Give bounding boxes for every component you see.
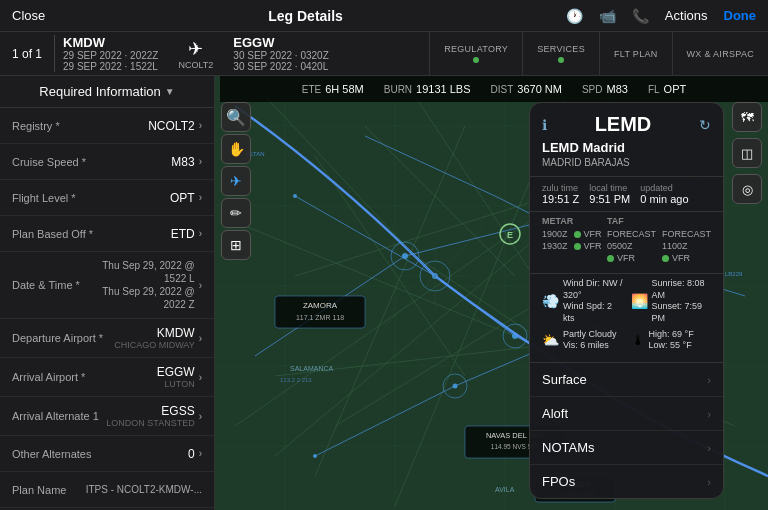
tab-regulatory-dot bbox=[473, 57, 479, 63]
magnify-button[interactable]: 🔍 bbox=[221, 102, 251, 132]
ete-label: ETE bbox=[302, 84, 321, 95]
arrival-alternate1-sublabel: LONDON STANSTED bbox=[106, 418, 194, 428]
draw-button[interactable]: ✏ bbox=[221, 198, 251, 228]
surface-label: Surface bbox=[542, 372, 587, 387]
metar-past-vfr: VFR bbox=[574, 229, 602, 239]
popup-times: zulu time 19:51 Z local time 9:51 PM upd… bbox=[530, 177, 723, 211]
date-time-row[interactable]: Date & Time * Thu Sep 29, 2022 @ 1522 L … bbox=[0, 252, 214, 319]
to-date2: 30 SEP 2022 · 0420L bbox=[233, 61, 328, 72]
local-value: 9:51 PM bbox=[589, 193, 630, 205]
ete-item: ETE 6H 58M bbox=[302, 83, 364, 95]
arrival-airport-value: EGGW bbox=[157, 365, 195, 379]
plan-name-row[interactable]: Plan Name ITPS - NCOLT2-KMDW-... bbox=[0, 472, 214, 508]
local-time-item: local time 9:51 PM bbox=[589, 183, 630, 205]
aloft-menu-item[interactable]: Aloft › bbox=[530, 397, 723, 431]
sky-text: Partly Cloudy bbox=[563, 329, 617, 341]
required-info-header[interactable]: Required Information ▼ bbox=[0, 76, 214, 108]
taf-forecast-label2: FORECAST bbox=[662, 229, 711, 239]
local-label: local time bbox=[589, 183, 627, 193]
departure-airport-row[interactable]: Departure Airport * KMDW CHICAGO MIDWAY … bbox=[0, 319, 214, 358]
cruise-speed-value: M83 bbox=[171, 155, 194, 169]
map-layers-button[interactable]: ◫ bbox=[732, 138, 762, 168]
registry-row[interactable]: Registry * NCOLT2 › bbox=[0, 108, 214, 144]
high-temp-text: High: 69 °F bbox=[649, 329, 694, 341]
actions-button[interactable]: Actions bbox=[665, 8, 708, 23]
cruise-speed-chevron: › bbox=[199, 156, 202, 167]
spd-item: SPD M83 bbox=[582, 83, 628, 95]
sunset-text: Sunset: 7:59 PM bbox=[652, 301, 712, 324]
fpos-menu-item[interactable]: FPOs › bbox=[530, 465, 723, 498]
weather-right: 🌅 Sunrise: 8:08 AM Sunset: 7:59 PM 🌡 Hig… bbox=[631, 278, 712, 356]
aloft-chevron: › bbox=[707, 408, 711, 420]
plan-based-off-chevron: › bbox=[199, 228, 202, 239]
dist-label: DIST bbox=[491, 84, 514, 95]
clock-icon[interactable]: 🕐 bbox=[566, 8, 583, 24]
wind-item: 💨 Wind Dir: NW / 320° Wind Spd: 2 kts bbox=[542, 278, 623, 325]
spd-value: M83 bbox=[607, 83, 628, 95]
pan-button[interactable]: ✋ bbox=[221, 134, 251, 164]
burn-item: BURN 19131 LBS bbox=[384, 83, 471, 95]
arrival-airport-row[interactable]: Arrival Airport * EGGW LUTON › bbox=[0, 358, 214, 397]
tab-wx-airspace-label: WX & AIRSPAC bbox=[687, 49, 754, 59]
plan-based-off-value-container: ETD › bbox=[171, 227, 202, 241]
taf-forecast-label1: FORECAST bbox=[607, 229, 656, 239]
tab-services[interactable]: SERVICES bbox=[522, 32, 599, 75]
plane-mode-button[interactable]: ✈ bbox=[221, 166, 251, 196]
svg-text:AVILA: AVILA bbox=[495, 486, 515, 493]
other-alternates-chevron: › bbox=[199, 448, 202, 459]
leg-to: EGGW 30 SEP 2022 · 0320Z 30 SEP 2022 · 0… bbox=[225, 35, 336, 72]
date-time-label: Date & Time * bbox=[12, 279, 80, 291]
plan-based-off-label: Plan Based Off * bbox=[12, 228, 93, 240]
video-icon[interactable]: 📹 bbox=[599, 8, 616, 24]
taf-col: TAF FORECAST 0500Z VFR FORECAST bbox=[607, 216, 711, 263]
arrival-alternate1-row[interactable]: Arrival Alternate 1 EGSS LONDON STANSTED… bbox=[0, 397, 214, 436]
refresh-icon[interactable]: ↻ bbox=[699, 117, 711, 133]
zulu-time-item: zulu time 19:51 Z bbox=[542, 183, 579, 205]
svg-text:E: E bbox=[507, 230, 513, 240]
other-alternates-row[interactable]: Other Alternates 0 › bbox=[0, 436, 214, 472]
page-title: Leg Details bbox=[268, 8, 343, 24]
tab-flt-plan[interactable]: FLT PLAN bbox=[599, 32, 672, 75]
svg-text:LB229: LB229 bbox=[725, 271, 743, 277]
flight-level-row[interactable]: Flight Level * OPT › bbox=[0, 180, 214, 216]
notams-menu-item[interactable]: NOTAMs › bbox=[530, 431, 723, 465]
vfr-text-4: VFR bbox=[672, 253, 690, 263]
notams-chevron: › bbox=[707, 442, 711, 454]
taf-time1: 0500Z bbox=[607, 241, 656, 251]
fl-value: OPT bbox=[664, 83, 687, 95]
date-time-chevron: › bbox=[199, 280, 202, 291]
popup-icao: LEMD bbox=[547, 113, 699, 136]
cruise-speed-row[interactable]: Cruise Speed * M83 › bbox=[0, 144, 214, 180]
metar-col: METAR 1900Z VFR 1930Z VFR bbox=[542, 216, 607, 263]
surface-menu-item[interactable]: Surface › bbox=[530, 363, 723, 397]
metar-past-time: 1900Z bbox=[542, 229, 568, 239]
weather-left: 💨 Wind Dir: NW / 320° Wind Spd: 2 kts ⛅ … bbox=[542, 278, 623, 356]
airport-popup: ℹ LEMD ↻ LEMD Madrid MADRID BARAJAS zulu… bbox=[529, 102, 724, 499]
map-overview-button[interactable]: 🗺 bbox=[732, 102, 762, 132]
date-time-value2: Thu Sep 29, 2022 @ 2022 Z bbox=[80, 285, 195, 311]
departure-airport-sublabel: CHICAGO MIDWAY bbox=[114, 340, 195, 350]
from-date1: 29 SEP 2022 · 2022Z bbox=[63, 50, 158, 61]
layers-button[interactable]: ⊞ bbox=[221, 230, 251, 260]
from-date2: 29 SEP 2022 · 1522L bbox=[63, 61, 158, 72]
metar-current-vfr: VFR bbox=[574, 241, 602, 251]
tab-wx-airspace[interactable]: WX & AIRSPAC bbox=[672, 32, 768, 75]
departure-airport-label: Departure Airport * bbox=[12, 332, 103, 344]
svg-text:113.2 2 213: 113.2 2 213 bbox=[280, 377, 312, 383]
registry-chevron: › bbox=[199, 120, 202, 131]
cruise-speed-value-container: M83 › bbox=[171, 155, 202, 169]
taf-vfr-2: VFR bbox=[662, 253, 711, 263]
done-button[interactable]: Done bbox=[724, 8, 757, 23]
tab-regulatory[interactable]: REGULATORY bbox=[429, 32, 522, 75]
location-button[interactable]: ◎ bbox=[732, 174, 762, 204]
map-area[interactable]: ZAMORA 117.1 ZMR 118 E NAVAS DEL REY 114… bbox=[215, 76, 768, 510]
registry-value-container: NCOLT2 › bbox=[148, 119, 202, 133]
taf-time2: 1100Z bbox=[662, 241, 711, 251]
surface-chevron: › bbox=[707, 374, 711, 386]
popup-airport-name: LEMD Madrid bbox=[530, 140, 723, 157]
phone-icon[interactable]: 📞 bbox=[632, 8, 649, 24]
close-button[interactable]: Close bbox=[12, 8, 45, 23]
arrival-airport-label: Arrival Airport * bbox=[12, 371, 85, 383]
plan-based-off-row[interactable]: Plan Based Off * ETD › bbox=[0, 216, 214, 252]
vfr-text-3: VFR bbox=[617, 253, 635, 263]
